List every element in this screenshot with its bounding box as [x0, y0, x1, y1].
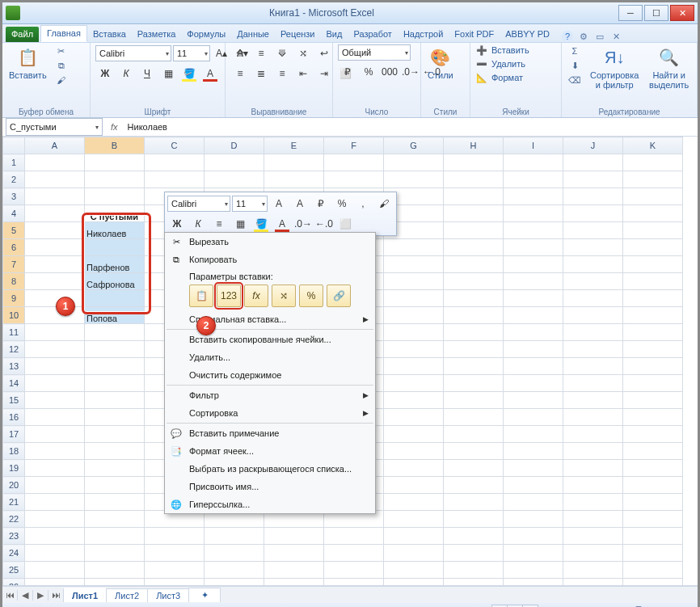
cell[interactable]: Попова	[85, 307, 145, 324]
tab-home[interactable]: Главная	[40, 25, 87, 42]
comma-icon[interactable]: 000	[380, 63, 399, 81]
ctx-insert-copied[interactable]: Вставить скопированные ячейки...	[165, 331, 375, 348]
align-top-icon[interactable]: ⟰	[230, 44, 250, 62]
fill-icon[interactable]: ⬇	[567, 59, 583, 72]
cell[interactable]: Сафронова	[85, 273, 145, 290]
cut-icon[interactable]: ✂	[53, 44, 70, 57]
mini-merge-icon[interactable]: ⬜	[335, 215, 355, 233]
paste-link-button[interactable]: 🔗	[327, 285, 351, 307]
cell[interactable]	[85, 239, 145, 256]
select-all-corner[interactable]	[3, 137, 25, 154]
new-sheet-button[interactable]: ✦	[188, 588, 221, 602]
col-header[interactable]: G	[384, 137, 444, 154]
border-button[interactable]: ▦	[158, 65, 178, 82]
col-header[interactable]: H	[444, 137, 504, 154]
tab-review[interactable]: Рецензи	[275, 27, 321, 42]
sheet-nav-prev[interactable]: ◀	[18, 590, 33, 601]
align-left-icon[interactable]: ≡	[230, 65, 250, 82]
decrease-indent-icon[interactable]: ⇤	[293, 65, 313, 82]
cell[interactable]: Николаев	[85, 222, 145, 239]
paste-all-button[interactable]: 📋	[189, 285, 213, 307]
tab-developer[interactable]: Разработ	[348, 27, 397, 42]
col-header[interactable]: K	[623, 137, 683, 154]
mini-font-size[interactable]: 11	[232, 196, 268, 212]
ctx-pick-list[interactable]: Выбрать из раскрывающегося списка...	[165, 460, 375, 478]
tab-layout[interactable]: Разметка	[132, 27, 182, 42]
find-select-button[interactable]: 🔍 Найти и выделить	[646, 44, 692, 91]
format-painter-icon[interactable]: 🖌	[53, 74, 70, 86]
ctx-filter[interactable]: Фильтр▶	[165, 386, 375, 404]
sheet-tab-3[interactable]: Лист3	[147, 588, 189, 602]
tab-file[interactable]: Файл	[6, 27, 39, 42]
tab-addins[interactable]: Надстрой	[398, 27, 449, 42]
cell[interactable]: Парфенов	[85, 256, 145, 273]
sheet-nav-first[interactable]: ⏮	[2, 590, 18, 601]
mini-bold-button[interactable]: Ж	[167, 215, 187, 233]
number-format-box[interactable]: Общий	[338, 44, 411, 61]
sheet-tab-2[interactable]: Лист2	[106, 588, 148, 602]
align-middle-icon[interactable]: ≡	[251, 44, 271, 62]
tab-foxit[interactable]: Foxit PDF	[449, 27, 500, 42]
mini-inc-decimal-icon[interactable]: .0→	[293, 215, 313, 233]
minimize-button[interactable]: ─	[618, 5, 643, 21]
tab-data[interactable]: Данные	[231, 27, 275, 42]
mini-fill-color-icon[interactable]: 🪣	[251, 215, 271, 233]
font-size-box[interactable]: 11	[173, 45, 210, 61]
sheet-nav-next[interactable]: ▶	[33, 590, 48, 601]
align-right-icon[interactable]: ≡	[272, 65, 292, 82]
ctx-define-name[interactable]: Присвоить имя...	[165, 478, 375, 495]
font-name-box[interactable]: Calibri	[95, 45, 171, 61]
mini-font-color-icon[interactable]: A	[272, 215, 292, 233]
orientation-icon[interactable]: ⤭	[293, 44, 313, 62]
increase-indent-icon[interactable]: ⇥	[314, 65, 334, 82]
clear-icon[interactable]: ⌫	[567, 74, 583, 86]
paste-formatting-button[interactable]: %	[299, 285, 323, 307]
col-header[interactable]: J	[563, 137, 623, 154]
cells-delete-button[interactable]: ➖Удалить	[475, 58, 525, 70]
help-icon[interactable]: ?	[562, 31, 573, 42]
increase-decimal-icon[interactable]: .0→	[401, 63, 420, 81]
ribbon-minimize-icon[interactable]: ▭	[594, 31, 605, 42]
cells-format-button[interactable]: 📐Формат	[475, 72, 523, 83]
mini-dec-decimal-icon[interactable]: ←.0	[314, 215, 334, 233]
italic-button[interactable]: К	[116, 65, 136, 82]
ctx-hyperlink[interactable]: 🌐Гиперссылка...	[165, 495, 375, 513]
styles-button[interactable]: 🎨 Стили	[426, 44, 455, 82]
font-color-button[interactable]: A	[200, 65, 220, 82]
mini-format-painter-icon[interactable]: 🖌	[374, 195, 394, 213]
col-header[interactable]: F	[324, 137, 384, 154]
align-center-icon[interactable]: ≣	[251, 65, 271, 82]
tab-abbyy[interactable]: ABBYY PD	[500, 27, 555, 42]
mini-font-name[interactable]: Calibri	[167, 196, 230, 212]
mini-percent-icon[interactable]: %	[332, 195, 352, 213]
cell[interactable]	[85, 290, 145, 307]
underline-button[interactable]: Ч	[137, 65, 157, 82]
mini-italic-button[interactable]: К	[188, 215, 208, 233]
bold-button[interactable]: Ж	[95, 65, 115, 82]
col-header[interactable]: I	[504, 137, 563, 154]
ctx-sort[interactable]: Сортировка▶	[165, 404, 375, 422]
mini-grow-font-icon[interactable]: A	[269, 195, 289, 213]
ribbon-options-icon[interactable]: ⚙	[578, 31, 589, 42]
fill-color-button[interactable]: 🪣	[179, 65, 199, 82]
mini-border-icon[interactable]: ▦	[230, 215, 250, 233]
mini-shrink-font-icon[interactable]: A	[290, 195, 310, 213]
tab-insert[interactable]: Вставка	[87, 27, 132, 42]
tab-formulas[interactable]: Формулы	[181, 27, 231, 42]
mini-currency-icon[interactable]: ₽	[311, 195, 331, 213]
maximize-button[interactable]: ☐	[644, 5, 668, 21]
align-bottom-icon[interactable]: ⟱	[272, 44, 292, 62]
ctx-format-cells[interactable]: 📑Формат ячеек...	[165, 442, 375, 460]
wrap-text-icon[interactable]: ↩	[314, 44, 334, 62]
copy-icon[interactable]: ⧉	[53, 59, 70, 72]
col-header[interactable]: C	[145, 137, 205, 154]
ribbon-close-icon[interactable]: ✕	[610, 31, 622, 42]
sheet-tab-1[interactable]: Лист1	[63, 588, 107, 602]
col-header[interactable]: D	[205, 137, 264, 154]
autosum-icon[interactable]: Σ	[567, 44, 583, 57]
mini-center-icon[interactable]: ≡	[209, 215, 229, 233]
ctx-insert-comment[interactable]: 💬Вставить примечание	[165, 424, 375, 442]
ctx-clear[interactable]: Очистить содержимое	[165, 366, 375, 384]
sort-filter-button[interactable]: Я↓ Сортировка и фильтр	[588, 44, 641, 91]
close-button[interactable]: ✕	[670, 5, 694, 21]
